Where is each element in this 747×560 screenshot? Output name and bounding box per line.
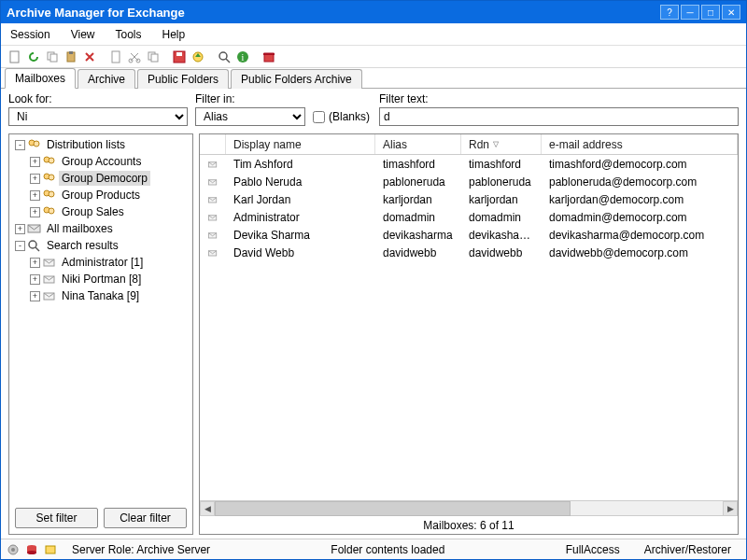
export-icon[interactable] [190, 49, 206, 65]
close-window-button[interactable]: ✕ [722, 5, 740, 20]
col-icon[interactable] [200, 134, 226, 154]
tab-public-folders[interactable]: Public Folders [137, 69, 229, 89]
collapse-icon[interactable]: - [15, 140, 25, 150]
cell-email: davidwebb@democorp.com [542, 246, 738, 259]
expand-icon[interactable]: + [30, 291, 40, 301]
col-alias[interactable]: Alias [375, 134, 461, 154]
tree-node[interactable]: +Administrator [1] [11, 254, 192, 271]
svg-point-40 [11, 548, 15, 552]
tree-node-label: Administrator [1] [59, 255, 146, 270]
cell-display-name: Pablo Neruda [226, 175, 375, 189]
tree-node[interactable]: +Group Products [11, 187, 192, 203]
grid-h-scrollbar[interactable]: ◀ ▶ [200, 500, 738, 515]
tree-node[interactable]: +Niki Portman [8] [11, 271, 192, 287]
help-window-button[interactable]: ? [660, 5, 679, 20]
filter-in-label: Filter in: [195, 92, 305, 105]
table-row[interactable]: Tim Ashfordtimashfordtimashfordtimashfor… [200, 155, 738, 173]
status-role: Server Role: Archive Server [63, 543, 219, 556]
scroll-left-icon[interactable]: ◀ [200, 501, 215, 516]
tree-view[interactable]: -Distribution lists+Group Accounts+Group… [9, 134, 192, 502]
new-item-icon[interactable] [7, 49, 23, 65]
cell-email: timashford@democorp.com [542, 158, 738, 171]
expand-icon[interactable]: + [30, 207, 40, 217]
tree-node[interactable]: +Group Democorp [11, 170, 192, 187]
search-icon[interactable] [216, 49, 233, 65]
save-icon[interactable] [171, 49, 188, 65]
archive-icon[interactable] [261, 49, 277, 65]
scroll-right-icon[interactable]: ▶ [723, 501, 738, 516]
svg-point-29 [29, 241, 36, 248]
copy-icon[interactable] [44, 49, 61, 65]
refresh-icon[interactable] [25, 49, 42, 65]
status-db-icon [25, 543, 38, 556]
tree-node-label: Group Products [59, 188, 143, 203]
minimize-window-button[interactable]: ─ [681, 5, 699, 20]
table-row[interactable]: Pablo Nerudapablonerudapablonerudapablon… [200, 173, 738, 190]
col-rdn[interactable]: Rdn▽ [461, 134, 542, 154]
scroll-track[interactable] [215, 501, 723, 516]
menu-bar: Session View Tools Help [1, 23, 746, 46]
group-icon [42, 189, 57, 202]
expand-icon[interactable]: + [30, 157, 40, 167]
filter-bar: Look for: Ni Filter in: Alias (Blanks) F… [1, 89, 746, 133]
expand-icon[interactable]: + [30, 258, 40, 268]
tree-node[interactable]: +Group Accounts [11, 153, 192, 170]
group-icon [42, 172, 57, 185]
expand-icon[interactable]: + [15, 224, 25, 234]
tab-mailboxes[interactable]: Mailboxes [5, 68, 76, 89]
maximize-window-button[interactable]: □ [701, 5, 720, 20]
svg-rect-11 [176, 52, 182, 56]
blanks-label: (Blanks) [329, 110, 370, 123]
paste-icon[interactable] [63, 49, 79, 65]
tab-archive[interactable]: Archive [78, 69, 135, 89]
status-folder: Folder contents loaded [225, 543, 551, 556]
expand-icon[interactable]: + [30, 174, 40, 184]
collapse-icon[interactable]: - [15, 241, 25, 251]
cell-display-name: Devika Sharma [226, 229, 375, 242]
tree-node-label: Niki Portman [8] [59, 272, 144, 287]
menu-tools[interactable]: Tools [116, 28, 142, 41]
page-icon[interactable] [107, 49, 124, 65]
status-server-icon [44, 543, 57, 556]
col-display-name[interactable]: Display name [226, 134, 375, 154]
clear-filter-button[interactable]: Clear filter [104, 508, 187, 528]
table-row[interactable]: Devika Sharmadevikasharmadevikasharmadev… [200, 226, 738, 244]
tab-strip: Mailboxes Archive Public Folders Public … [1, 68, 746, 89]
cut-icon[interactable] [126, 49, 143, 65]
look-for-input[interactable]: Ni [8, 107, 188, 126]
tree-node[interactable]: +Group Sales [11, 203, 192, 220]
tree-node[interactable]: +Nina Tanaka [9] [11, 287, 192, 304]
table-row[interactable]: David Webbdavidwebbdavidwebbdavidwebb@de… [200, 244, 738, 261]
tab-public-folders-archive[interactable]: Public Folders Archive [231, 69, 362, 89]
col-email[interactable]: e-mail address [542, 134, 738, 154]
mailbox-icon [200, 175, 226, 189]
cell-rdn: davidwebb [461, 246, 542, 259]
search-results-icon [27, 239, 42, 252]
tree-node-label: Group Sales [59, 204, 127, 219]
tree-node[interactable]: -Distribution lists [11, 136, 192, 153]
mailbox-icon [200, 246, 226, 259]
info-icon[interactable]: i [234, 49, 251, 65]
menu-session[interactable]: Session [10, 28, 50, 41]
tree-node[interactable]: -Search results [11, 237, 192, 254]
grid-body[interactable]: Tim Ashfordtimashfordtimashfordtimashfor… [200, 155, 738, 500]
blanks-checkbox[interactable] [313, 111, 325, 123]
expand-icon[interactable]: + [30, 274, 40, 285]
tree-node[interactable]: +All mailboxes [11, 220, 192, 237]
tree-node-label: Group Accounts [59, 154, 144, 169]
scroll-thumb[interactable] [215, 501, 571, 516]
duplicate-icon[interactable] [145, 49, 162, 65]
menu-view[interactable]: View [71, 28, 95, 41]
app-window: Archive Manager for Exchange ? ─ □ ✕ Ses… [0, 0, 747, 560]
expand-icon[interactable]: + [30, 190, 40, 201]
filter-in-select[interactable]: Alias [195, 107, 305, 126]
set-filter-button[interactable]: Set filter [15, 508, 98, 528]
menu-help[interactable]: Help [162, 28, 186, 41]
table-row[interactable]: Administratordomadmindomadmindomadmin@de… [200, 208, 738, 226]
delete-icon[interactable] [81, 49, 98, 65]
cell-alias: karljordan [375, 193, 461, 206]
table-row[interactable]: Karl Jordankarljordankarljordankarljorda… [200, 190, 738, 208]
svg-text:i: i [242, 52, 245, 63]
filter-text-input[interactable] [379, 107, 739, 126]
main-body: -Distribution lists+Group Accounts+Group… [1, 133, 746, 539]
